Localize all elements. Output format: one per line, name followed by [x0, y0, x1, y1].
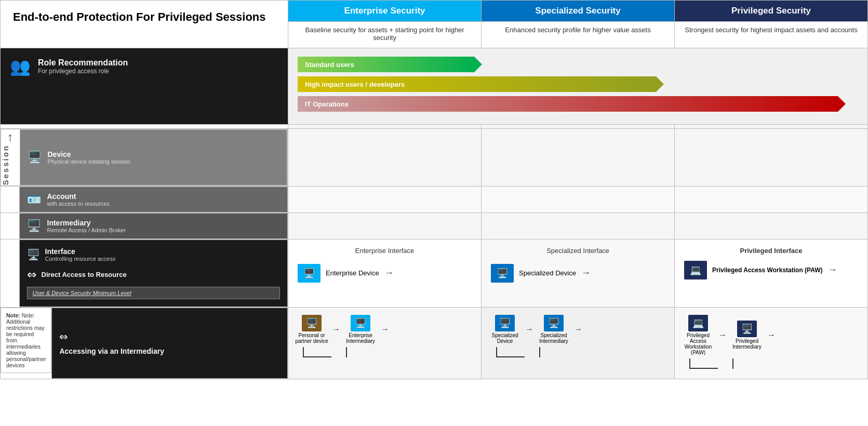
- ent-int-arrow2: →: [381, 325, 389, 334]
- accessing-title: Accessing via an Intermediary: [59, 347, 280, 355]
- spec-int-arrow1: →: [525, 325, 533, 334]
- device-title: Device: [48, 150, 131, 158]
- priv-int-col: 🖥️ Privileged Intermediary: [729, 321, 765, 350]
- enterprise-header: Enterprise Security: [288, 1, 482, 22]
- ent-int-arrow1: →: [332, 325, 340, 334]
- spec-int-icon: 🖥️: [544, 315, 564, 331]
- intermediary-privileged-cell: [675, 212, 868, 239]
- enterprise-int-label: Enterprise Intermediary: [342, 332, 379, 344]
- role-arrows-cell: Standard users High impact users / devel…: [288, 48, 868, 125]
- enterprise-int-flow: 🖥️ Personal or partner device → 🖥️ Enter…: [293, 315, 476, 344]
- enterprise-device-label: Enterprise Device: [326, 269, 379, 277]
- intermediary-section-left: 🖥️ Intermediary Remote Access / Admin Br…: [19, 213, 288, 238]
- accessing-row-left-wrapper: Note: Note: Additional restrictions may …: [1, 307, 288, 379]
- device-specialized-cell: [482, 129, 675, 187]
- device-row-left-wrapper: ↑ Session 🖥️ Device Physical device init…: [1, 129, 288, 186]
- privileged-int-flow: 💻 Privileged Access Workstation (PAW) → …: [680, 315, 862, 355]
- priv-int-arrow1: →: [718, 330, 727, 340]
- device-privileged-cell: [675, 129, 868, 187]
- highimpact-arrow: High impact users / developers: [298, 76, 858, 92]
- standard-users-arrow-row: Standard users: [298, 57, 858, 72]
- spec-int-label: Specialized Intermediary: [536, 332, 572, 344]
- enterprise-device-icon: 🖥️: [298, 264, 321, 283]
- account-subtitle: with access to resources: [47, 201, 110, 207]
- intermediary-enterprise-cell: [288, 212, 482, 239]
- specialized-accessing-cell: 🖥️ Specialized Device → 🖥️ Specialized I…: [482, 307, 675, 379]
- up-arrow-icon: ↑: [1, 130, 20, 144]
- page-title: End-to-end Protection For Privileged Ses…: [13, 10, 275, 24]
- note-cell: Note: Note: Additional restrictions may …: [1, 308, 52, 378]
- privileged-interface-cell: Privileged Interface 💻 Privileged Access…: [675, 239, 868, 307]
- account-privileged-cell: [675, 186, 868, 212]
- direct-access-label: Direct Access to Resource: [42, 271, 127, 278]
- priv-int-icon: 🖥️: [737, 321, 757, 337]
- personal-device-col: 🖥️ Personal or partner device: [293, 315, 330, 344]
- itops-arrow: IT Operations: [298, 96, 858, 112]
- specialized-interface-label: Specialized Interface: [491, 247, 665, 255]
- direct-access-icon: ⇔: [27, 268, 36, 282]
- role-subtitle: For privileged access role: [38, 68, 128, 75]
- enterprise-accessing-cell: 🖥️ Personal or partner device → 🖥️ Enter…: [288, 307, 482, 379]
- privileged-device-icon: 💻: [684, 261, 707, 279]
- spec-int-col: 🖥️ Specialized Intermediary: [536, 315, 572, 344]
- specialized-device-icon: 🖥️: [491, 264, 514, 283]
- role-title: Role Recommendation: [38, 58, 128, 68]
- specialized-interface-cell: Specialized Interface 🖥️ Specialized Dev…: [482, 239, 675, 307]
- spec-device-icon: 🖥️: [495, 315, 515, 331]
- specialized-device-label: Specialized Device: [519, 269, 576, 277]
- account-row-left-wrapper: 🪪 Account with access to resources: [1, 186, 288, 212]
- privileged-header: Privileged Security: [675, 1, 868, 22]
- priv-device-icon: 💻: [688, 315, 708, 331]
- priv-device-col: 💻 Privileged Access Workstation (PAW): [680, 315, 716, 355]
- intermediary-specialized-cell: [482, 212, 675, 239]
- priv-device-label: Privileged Access Workstation (PAW): [680, 332, 716, 355]
- min-level-box: User & Device Security Minimum Level: [27, 287, 281, 299]
- spec-int-arrow2: →: [574, 325, 582, 334]
- enterprise-device-row: 🖥️ Enterprise Device →: [298, 264, 472, 283]
- interface-title: Interface: [45, 247, 116, 256]
- device-enterprise-cell: [288, 129, 482, 187]
- interface-section-left: 🖥️ Interface Controlling resource access…: [19, 239, 288, 307]
- accessing-icon: ⇔: [59, 330, 68, 343]
- privileged-device-arrow: →: [828, 264, 837, 275]
- spec-device-label: Specialized Device: [487, 332, 523, 344]
- account-section-left: 🪪 Account with access to resources: [19, 187, 288, 212]
- account-icon: 🪪: [27, 193, 41, 206]
- enterprise-desc: Baseline security for assets + starting …: [288, 22, 482, 48]
- note-box: Note: Note: Additional restrictions may …: [1, 308, 51, 373]
- personal-device-icon: 🖥️: [302, 315, 322, 331]
- privileged-accessing-cell: 💻 Privileged Access Workstation (PAW) → …: [675, 307, 868, 379]
- accessing-section-left: ⇔ Accessing via an Intermediary: [52, 308, 288, 378]
- enterprise-int-col: 🖥️ Enterprise Intermediary: [342, 315, 379, 344]
- privileged-interface-label: Privileged Interface: [684, 247, 858, 255]
- priv-int-arrow2: →: [767, 330, 776, 340]
- people-icon: 👥: [10, 57, 31, 76]
- privileged-desc: Strongest security for highest impact as…: [675, 22, 868, 48]
- device-icon: 🖥️: [28, 151, 42, 164]
- enterprise-device-arrow: →: [384, 268, 394, 278]
- intermediary-subtitle: Remote Access / Admin Broker: [47, 227, 126, 233]
- itops-arrow-row: IT Operations: [298, 96, 858, 112]
- interface-subtitle: Controlling resource access: [45, 256, 116, 262]
- device-subtitle: Physical device initiating session: [48, 158, 131, 165]
- intermediary-row-left-wrapper: 🖥️ Intermediary Remote Access / Admin Br…: [1, 212, 288, 239]
- standard-users-arrow: Standard users: [298, 57, 858, 72]
- intermediary-title: Intermediary: [47, 219, 126, 227]
- interface-icon: 🖥️: [27, 248, 40, 261]
- priv-int-label: Privileged Intermediary: [729, 338, 765, 350]
- privileged-device-row: 💻 Privileged Access Workstation (PAW) →: [684, 261, 858, 279]
- specialized-desc: Enhanced security profile for higher val…: [482, 22, 675, 48]
- specialized-header: Specialized Security: [482, 1, 675, 22]
- account-title: Account: [47, 192, 110, 201]
- spec-device-col: 🖥️ Specialized Device: [487, 315, 523, 344]
- enterprise-int-icon: 🖥️: [351, 315, 370, 331]
- enterprise-interface-label: Enterprise Interface: [298, 247, 472, 255]
- enterprise-interface-cell: Enterprise Interface 🖥️ Enterprise Devic…: [288, 239, 482, 307]
- interface-row-left-wrapper: 🖥️ Interface Controlling resource access…: [1, 239, 288, 307]
- specialized-device-row: 🖥️ Specialized Device →: [491, 264, 665, 283]
- privileged-device-label: Privileged Access Workstation (PAW): [712, 267, 823, 274]
- account-specialized-cell: [482, 186, 675, 212]
- device-section-left: 🖥️ Device Physical device initiating ses…: [20, 130, 287, 185]
- intermediary-icon: 🖥️: [27, 219, 41, 233]
- page-title-cell: End-to-end Protection For Privileged Ses…: [1, 1, 288, 48]
